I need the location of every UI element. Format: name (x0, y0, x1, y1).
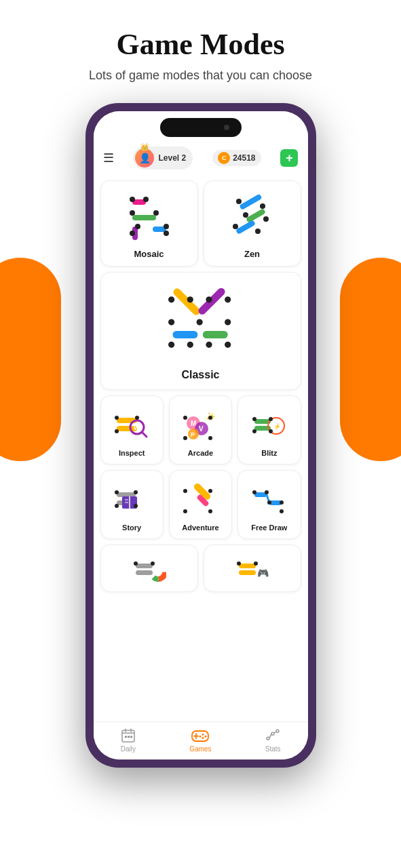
svg-point-28 (225, 296, 231, 302)
svg-point-92 (151, 561, 155, 566)
svg-point-53 (183, 436, 187, 440)
page-wrapper: Game Modes Lots of game modes that you c… (0, 0, 401, 868)
svg-point-59 (252, 417, 256, 421)
svg-point-84 (267, 500, 271, 505)
svg-point-91 (134, 561, 138, 566)
svg-rect-87 (136, 564, 153, 568)
svg-point-62 (269, 429, 273, 433)
svg-rect-94 (239, 570, 256, 575)
svg-point-69 (115, 490, 119, 494)
story-label: Story (122, 524, 141, 532)
story-icon (111, 479, 152, 519)
svg-point-34 (225, 319, 231, 325)
svg-point-17 (243, 212, 248, 218)
coin-value: 24518 (233, 153, 255, 163)
svg-point-77 (183, 509, 187, 513)
game-card-arcade[interactable]: ✨ M V P (169, 395, 232, 465)
svg-point-97 (254, 561, 258, 566)
game-card-zen[interactable]: Zen (204, 180, 301, 267)
svg-point-54 (208, 436, 212, 440)
phone-screen: ☰ 👑 👤 Level 2 C 24518 + (94, 111, 308, 760)
svg-point-31 (206, 342, 212, 348)
svg-rect-22 (197, 286, 227, 316)
svg-point-61 (252, 429, 256, 433)
svg-point-111 (199, 736, 202, 738)
svg-point-35 (196, 319, 202, 325)
svg-point-42 (135, 416, 139, 420)
row-story-adventure-freedraw: Story (100, 470, 301, 539)
game-card-blitz[interactable]: ⚡ Blitz (237, 395, 301, 465)
svg-point-29 (168, 342, 174, 348)
game-card-freedraw[interactable]: Free Draw (237, 470, 301, 539)
add-coins-button[interactable]: + (280, 149, 298, 167)
svg-line-115 (269, 734, 271, 738)
svg-point-4 (130, 197, 135, 202)
blitz-label: Blitz (261, 449, 277, 457)
svg-point-32 (225, 342, 231, 348)
game-card-mosaic[interactable]: Mosaic (100, 180, 198, 267)
nav-item-daily[interactable]: Daily (120, 728, 136, 753)
svg-point-83 (265, 490, 269, 494)
svg-point-71 (115, 504, 119, 508)
svg-rect-93 (239, 564, 256, 568)
svg-point-43 (115, 429, 119, 433)
svg-point-8 (130, 231, 135, 236)
svg-point-10 (164, 224, 169, 229)
svg-point-82 (252, 490, 256, 494)
zen-icon (225, 189, 280, 243)
game-card-adventure[interactable]: Adventure (169, 470, 232, 539)
svg-rect-14 (235, 220, 256, 235)
app-content[interactable]: Mosaic (94, 175, 308, 722)
svg-point-19 (233, 224, 238, 229)
svg-point-96 (237, 561, 241, 566)
game-card-extra1[interactable] (100, 545, 198, 592)
bottom-nav: Daily (94, 722, 308, 760)
inspect-icon: W (111, 404, 152, 445)
svg-text:P: P (191, 431, 195, 438)
svg-point-76 (208, 489, 212, 493)
svg-point-85 (280, 500, 284, 505)
notch-camera (224, 125, 229, 130)
blitz-icon: ⚡ (249, 404, 290, 445)
svg-text:⚡: ⚡ (273, 422, 282, 431)
svg-point-51 (183, 416, 187, 420)
svg-point-6 (130, 210, 135, 216)
svg-rect-103 (128, 736, 130, 738)
svg-point-75 (183, 489, 187, 493)
svg-point-70 (134, 490, 138, 494)
games-icon (191, 728, 209, 744)
game-card-extra2[interactable]: 🎮 (204, 545, 301, 592)
svg-point-110 (202, 737, 204, 739)
game-card-inspect[interactable]: W Inspect (100, 395, 164, 465)
svg-rect-102 (125, 736, 127, 738)
svg-point-11 (135, 224, 140, 229)
svg-text:V: V (199, 425, 204, 433)
svg-rect-13 (246, 208, 266, 223)
extra2-icon: 🎮 (232, 553, 273, 587)
row-more: 🎮 (100, 545, 301, 592)
svg-point-26 (187, 296, 193, 302)
svg-point-33 (168, 319, 174, 325)
nav-item-stats[interactable]: Stats (265, 728, 281, 753)
svg-point-27 (206, 296, 212, 302)
daily-icon (120, 728, 136, 744)
svg-point-30 (187, 342, 193, 348)
nav-item-games[interactable]: Games (189, 728, 211, 753)
coins-display: C 24518 (212, 150, 261, 166)
row-inspect-arcade-blitz: W Inspect (100, 395, 301, 465)
page-subtitle: Lots of game modes that you can choose (14, 68, 387, 83)
game-card-story[interactable]: Story (100, 470, 164, 539)
svg-rect-104 (130, 736, 132, 738)
classic-label: Classic (181, 369, 219, 381)
svg-point-72 (134, 504, 138, 508)
svg-point-5 (143, 197, 149, 202)
svg-line-39 (142, 432, 147, 437)
menu-icon[interactable]: ☰ (103, 152, 114, 164)
svg-point-52 (208, 416, 212, 420)
svg-point-18 (263, 216, 269, 222)
user-level: 👑 👤 Level 2 (133, 146, 193, 170)
row-mosaic-zen: Mosaic (100, 180, 301, 267)
svg-point-114 (276, 730, 279, 732)
game-card-classic[interactable]: Classic (100, 272, 301, 390)
svg-point-9 (164, 231, 169, 236)
